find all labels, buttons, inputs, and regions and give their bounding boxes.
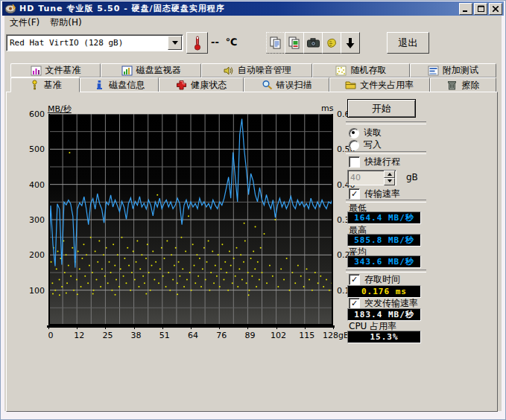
drive-select-value: Red Hat VirtIO (128 gB) — [7, 38, 167, 48]
camera-icon — [307, 38, 320, 48]
tab-label: 磁盘监视器 — [136, 64, 181, 77]
checkbox-icon — [349, 156, 360, 168]
write-radio-label: 写入 — [364, 139, 382, 151]
close-button[interactable] — [489, 3, 502, 15]
thermometer-icon — [193, 36, 202, 51]
tab-label: 文件基准 — [45, 64, 81, 77]
max-speed-display: 585.8 MB/秒 — [347, 234, 421, 246]
tab-label: 随机存取 — [350, 64, 386, 77]
x-axis-tick — [77, 325, 78, 329]
copy-text-button[interactable] — [266, 32, 285, 54]
right-axis-unit: ms — [321, 104, 333, 113]
axis-tick-label: 12 — [66, 331, 92, 340]
x-axis-tick — [333, 325, 334, 329]
folder-icon — [345, 80, 356, 90]
tab-file-benchmark[interactable]: 文件基准 — [10, 63, 101, 77]
tab-benchmark[interactable]: 基准 — [10, 77, 80, 92]
random-access-icon — [335, 66, 347, 76]
axis-tick-label: 600 — [25, 109, 45, 119]
screenshot-button[interactable] — [303, 32, 323, 54]
add-results-button[interactable] — [341, 32, 360, 54]
triangle-up-icon — [388, 171, 392, 176]
tab-aam[interactable]: 自动噪音管理 — [201, 63, 312, 77]
write-radio[interactable]: 写入 — [349, 139, 382, 151]
axis-tick-label: 400 — [25, 180, 45, 190]
chevron-down-icon — [172, 41, 178, 48]
tab-health[interactable]: 健康状态 — [159, 77, 244, 92]
tab-disk-info[interactable]: 磁盘信息 — [80, 77, 159, 92]
save-results-button[interactable] — [322, 32, 341, 54]
exit-button[interactable]: 退出 — [387, 32, 429, 54]
x-axis-tick — [276, 325, 277, 329]
x-axis-tick — [191, 325, 192, 329]
menu-file[interactable]: 文件(F) — [4, 16, 45, 30]
axis-tick-label: 128gB — [323, 331, 348, 340]
temperature-button[interactable] — [186, 32, 208, 54]
axis-tick-label: 0 — [38, 331, 63, 340]
temperature-value: -- — [211, 36, 219, 48]
axis-tick-label: 500 — [25, 144, 45, 154]
title-bar[interactable]: HD Tune 专业版 5.50 - 硬盘/固态硬盘实用程序 — [2, 1, 504, 16]
read-radio[interactable]: 读取 — [349, 127, 382, 139]
tab-extra-tests[interactable]: 附加测试 — [410, 63, 496, 77]
menu-bar: 文件(F) 帮助(H) — [4, 16, 502, 29]
x-axis-tick — [219, 325, 220, 329]
tab-label: 磁盘信息 — [109, 79, 145, 92]
tab-folder-usage[interactable]: 文件夹占用率 — [329, 77, 430, 92]
copy-image-button[interactable] — [285, 32, 304, 54]
spin-up-button[interactable] — [384, 171, 395, 178]
file-benchmark-icon — [31, 66, 42, 76]
short-stroke-checkbox[interactable]: 快捷行程 — [349, 156, 400, 168]
axis-tick-label: 100 — [25, 286, 45, 296]
axis-tick-label: 64 — [180, 331, 206, 340]
axis-tick-label: 38 — [124, 331, 149, 340]
download-arrow-icon — [346, 37, 355, 49]
transfer-rate-checkbox[interactable]: ✓ 传输速率 — [349, 188, 400, 200]
app-icon — [5, 4, 16, 14]
triangle-down-icon — [388, 179, 392, 185]
axis-tick-label: 51 — [152, 331, 177, 340]
extra-tests-icon — [428, 66, 439, 76]
axis-tick-label: 89 — [237, 331, 262, 340]
tab-row-primary: 基准 磁盘信息 健康状态 错误扫描 文件夹占用率 擦除 — [10, 77, 496, 92]
start-button-label: 开始 — [372, 102, 391, 115]
minimize-button[interactable] — [459, 3, 472, 15]
short-stroke-unit: gB — [406, 172, 418, 182]
drive-select[interactable]: Red Hat VirtIO (128 gB) — [6, 34, 183, 51]
copy-image-icon — [288, 36, 300, 49]
burst-rate-display: 183.4 MB/秒 — [347, 308, 421, 321]
tab-error-scan[interactable]: 错误扫描 — [244, 77, 329, 92]
health-cross-icon — [176, 80, 187, 90]
plot-area — [48, 114, 333, 325]
access-time-checkbox[interactable]: ✓ 存取时间 — [349, 273, 400, 286]
short-stroke-label: 快捷行程 — [364, 156, 400, 168]
tab-disk-monitor[interactable]: 磁盘监视器 — [101, 63, 201, 77]
tab-label: 基准 — [44, 79, 62, 92]
checkbox-checked-icon: ✓ — [349, 274, 360, 285]
radio-icon — [349, 128, 359, 139]
x-axis-tick — [162, 325, 163, 329]
separator — [346, 121, 426, 124]
axis-tick-label: 76 — [209, 331, 234, 340]
short-stroke-size-input[interactable]: 40 — [347, 170, 396, 185]
access-time-label: 存取时间 — [364, 273, 400, 286]
checkbox-checked-icon: ✓ — [349, 298, 360, 309]
drive-select-dropdown-button[interactable] — [168, 36, 182, 50]
spin-down-button[interactable] — [384, 178, 395, 185]
cpu-usage-display: 15.3% — [347, 331, 421, 343]
start-button[interactable]: 开始 — [347, 99, 416, 118]
tab-label: 附加测试 — [443, 64, 478, 77]
maximize-button[interactable] — [474, 3, 487, 15]
radio-icon — [349, 140, 359, 150]
tab-random-access[interactable]: 随机存取 — [312, 63, 409, 77]
hand-results-icon — [326, 37, 338, 49]
left-axis-unit: MB/秒 — [48, 104, 72, 115]
axis-tick-label: 25 — [95, 331, 120, 340]
x-axis-tick — [48, 325, 49, 329]
tab-label: 健康状态 — [191, 79, 227, 92]
short-stroke-value: 40 — [348, 173, 384, 182]
tab-erase[interactable]: 擦除 — [430, 77, 496, 92]
menu-help[interactable]: 帮助(H) — [45, 16, 86, 30]
axis-tick-label: 200 — [25, 250, 45, 260]
benchmark-icon — [29, 80, 40, 90]
